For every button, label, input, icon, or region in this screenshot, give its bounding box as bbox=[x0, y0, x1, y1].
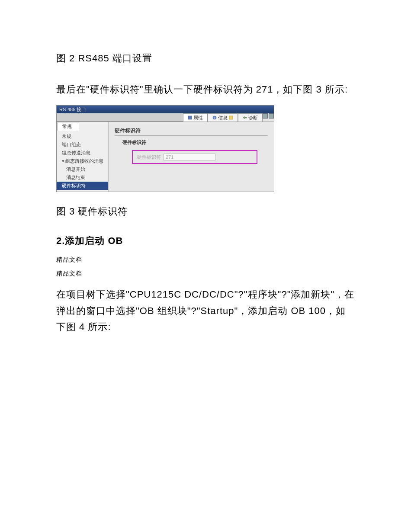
figure-2-caption: 图 2 RS485 端口设置 bbox=[56, 52, 355, 65]
properties-icon bbox=[188, 115, 192, 120]
subgroup-title-hwid: 硬件标识符 bbox=[122, 138, 268, 147]
figure-3-caption: 图 3 硬件标识符 bbox=[56, 205, 355, 218]
nav-item-msgstart[interactable]: 消息开始 bbox=[57, 165, 108, 173]
hwid-field-input[interactable] bbox=[164, 154, 215, 160]
footer-note-1: 精品文档 bbox=[56, 256, 355, 264]
hwid-field-label: 硬件标识符 bbox=[137, 154, 161, 160]
tab-spacer bbox=[57, 113, 183, 122]
side-nav: 常规 常规 端口组态 组态传送消息 ▾组态所接收的消息 消息开始 消息结束 硬件… bbox=[57, 122, 109, 192]
info-badge-icon bbox=[229, 115, 233, 120]
window-min-icon[interactable] bbox=[263, 113, 268, 119]
group-title-hwid: 硬件标识符 bbox=[115, 126, 268, 136]
paragraph-add-ob: 在项目树下选择"CPU1215C DC/DC/DC"?"程序块"?"添加新块"，… bbox=[56, 286, 355, 335]
nav-item-hwid[interactable]: 硬件标识符 bbox=[57, 182, 108, 190]
tab-properties-label: 属性 bbox=[193, 115, 203, 121]
tab-diagnostics[interactable]: 诊断 bbox=[238, 113, 263, 122]
svg-rect-0 bbox=[188, 116, 192, 119]
nav-item-general[interactable]: 常规 bbox=[57, 132, 108, 141]
window-controls bbox=[263, 113, 274, 122]
window-titlebar: RS-485 接口 bbox=[57, 106, 274, 113]
section-2-heading: 2.添加启动 OB bbox=[56, 234, 355, 247]
footer-note-2: 精品文档 bbox=[56, 270, 355, 278]
top-tabstrip: 属性 i 信息 诊断 bbox=[57, 113, 274, 122]
nav-item-recvcfg[interactable]: ▾组态所接收的消息 bbox=[57, 157, 108, 165]
chevron-down-icon: ▾ bbox=[62, 158, 64, 163]
svg-rect-3 bbox=[229, 116, 233, 119]
tab-properties[interactable]: 属性 bbox=[183, 113, 208, 122]
main-panel: 硬件标识符 硬件标识符 硬件标识符 bbox=[109, 122, 274, 192]
hwid-field-highlight: 硬件标识符 bbox=[132, 150, 257, 164]
window-title: RS-485 接口 bbox=[59, 106, 86, 113]
ui-body: 常规 常规 端口组态 组态传送消息 ▾组态所接收的消息 消息开始 消息结束 硬件… bbox=[57, 122, 274, 192]
nav-item-transfermsg[interactable]: 组态传送消息 bbox=[57, 149, 108, 157]
nav-item-portcfg[interactable]: 端口组态 bbox=[57, 141, 108, 149]
side-nav-list: 常规 端口组态 组态传送消息 ▾组态所接收的消息 消息开始 消息结束 硬件标识符 bbox=[57, 131, 108, 192]
side-tab-general[interactable]: 常规 bbox=[58, 122, 79, 131]
tab-info[interactable]: i 信息 bbox=[208, 113, 238, 122]
nav-item-recvcfg-label: 组态所接收的消息 bbox=[65, 158, 103, 163]
diagnostics-icon bbox=[243, 115, 247, 120]
embedded-ui-screenshot: RS-485 接口 属性 i 信息 诊断 bbox=[56, 105, 274, 192]
tab-diagnostics-label: 诊断 bbox=[248, 115, 258, 121]
window-restore-icon[interactable] bbox=[269, 113, 274, 119]
nav-item-msgend[interactable]: 消息结束 bbox=[57, 173, 108, 182]
info-icon: i bbox=[212, 115, 217, 120]
paragraph-confirm-hwid: 最后在"硬件标识符"里确认一下硬件标识符为 271，如下图 3 所示: bbox=[56, 81, 355, 97]
tab-info-label: 信息 bbox=[218, 115, 228, 121]
